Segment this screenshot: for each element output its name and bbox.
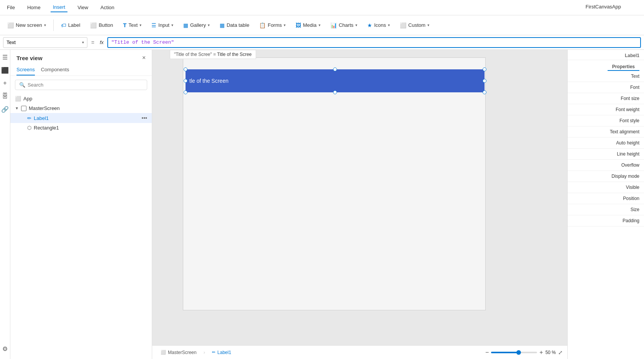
app-label: App xyxy=(23,96,32,102)
sel-handle-bottom-center[interactable] xyxy=(333,90,337,94)
sidebar-settings-icon[interactable]: ⚙ xyxy=(1,344,9,353)
formula-input[interactable] xyxy=(107,37,641,48)
expand-icon[interactable]: ⤢ xyxy=(558,349,563,356)
zoom-plus-button[interactable]: + xyxy=(539,349,543,356)
label-button[interactable]: 🏷 Label xyxy=(57,20,85,31)
sel-handle-top-center[interactable] xyxy=(333,67,337,71)
prop-text[interactable]: Text xyxy=(568,71,644,82)
right-panel: Label1 Properties Text Font Font size Fo… xyxy=(567,50,644,359)
tree-item-masterscreen[interactable]: ▼ MasterScreen xyxy=(10,103,152,113)
custom-btn-label: Custom xyxy=(408,22,426,28)
masterscreen-bottom-icon: ⬜ xyxy=(161,350,166,355)
formula-bar: Text ▾ = fx xyxy=(0,35,644,50)
zoom-slider[interactable] xyxy=(491,352,537,353)
forms-button[interactable]: 📋 Forms ▾ xyxy=(255,20,290,31)
sel-handle-mid-left[interactable] xyxy=(184,79,187,83)
prop-font-weight[interactable]: Font weight xyxy=(568,104,644,115)
zoom-value: 50 % xyxy=(545,350,556,355)
zoom-slider-thumb[interactable] xyxy=(516,350,521,355)
forms-chevron: ▾ xyxy=(284,23,286,27)
tree-item-app[interactable]: ⬜ App xyxy=(10,94,152,103)
zoom-controls: − + 50 % ⤢ xyxy=(485,349,563,356)
label1-bottom-icon: ✏ xyxy=(212,350,215,355)
rectangle1-icon: ⬡ xyxy=(27,125,31,131)
charts-button[interactable]: 📊 Charts ▾ xyxy=(326,20,361,31)
app-name: FirstCanvasApp xyxy=(586,4,621,10)
canvas-label1-element[interactable]: tle of the Screen xyxy=(186,69,485,92)
sel-handle-mid-right[interactable] xyxy=(483,79,486,83)
prop-display-mode[interactable]: Display mode xyxy=(568,171,644,182)
icons-button[interactable]: ★ Icons ▾ xyxy=(363,20,394,31)
menu-item-view[interactable]: View xyxy=(75,3,90,12)
datatable-btn-label: Data table xyxy=(227,22,249,28)
prop-visible[interactable]: Visible xyxy=(568,182,644,193)
prop-overflow[interactable]: Overflow xyxy=(568,160,644,171)
sel-handle-top-right[interactable] xyxy=(483,67,486,71)
prop-text-align[interactable]: Text alignment xyxy=(568,126,644,138)
main-layout: ☰ ⬛ + 🗄 🔗 ⚙ Tree view × Screens Componen… xyxy=(0,50,644,359)
button-button[interactable]: ⬜ Button xyxy=(86,20,117,31)
prop-font-size[interactable]: Font size xyxy=(568,93,644,104)
sel-handle-bottom-left[interactable] xyxy=(184,90,187,94)
new-screen-chevron: ▾ xyxy=(44,23,46,27)
bottom-tab-masterscreen[interactable]: ⬜ MasterScreen xyxy=(157,348,200,357)
media-icon: 🖼 xyxy=(296,22,301,28)
prop-padding[interactable]: Padding xyxy=(568,215,644,226)
tree-header: Tree view × xyxy=(10,50,152,64)
prop-font-style[interactable]: Font style xyxy=(568,115,644,126)
zoom-minus-button[interactable]: − xyxy=(485,349,489,356)
button-icon: ⬜ xyxy=(90,22,97,28)
property-dropdown[interactable]: Text ▾ xyxy=(3,37,87,48)
datatable-button[interactable]: ▦ Data table xyxy=(215,20,253,31)
sel-handle-bottom-right[interactable] xyxy=(483,90,486,94)
search-input[interactable] xyxy=(28,82,143,88)
menu-item-insert[interactable]: Insert xyxy=(51,3,68,12)
menu-item-file[interactable]: File xyxy=(5,3,17,12)
menu-item-home[interactable]: Home xyxy=(25,3,43,12)
media-btn-label: Media xyxy=(303,22,316,28)
gallery-btn-label: Gallery xyxy=(190,22,206,28)
masterscreen-chevron: ▼ xyxy=(15,106,19,110)
canvas-area[interactable]: tle of the Screen ⬜ MasterScreen › ✏ xyxy=(152,50,567,359)
tree-item-rectangle1[interactable]: ⬡ Rectangle1 xyxy=(10,123,152,133)
prop-size[interactable]: Size xyxy=(568,204,644,215)
new-screen-button[interactable]: ⬜ New screen ▾ xyxy=(3,20,50,31)
custom-button[interactable]: ⬜ Custom ▾ xyxy=(396,20,434,31)
tree-tab-components[interactable]: Components xyxy=(41,64,69,75)
sel-handle-top-left[interactable] xyxy=(184,67,187,71)
input-icon: ☰ xyxy=(151,22,156,28)
label1-more-button[interactable]: ••• xyxy=(141,115,147,121)
sidebar-data-icon[interactable]: 🗄 xyxy=(1,92,9,100)
sidebar-screens-icon[interactable]: ⬛ xyxy=(1,66,9,74)
property-value: Text xyxy=(7,39,16,45)
zoom-slider-fill xyxy=(491,352,519,353)
text-btn-label: Text xyxy=(128,22,138,28)
fx-label[interactable]: fx xyxy=(98,39,105,45)
gallery-button[interactable]: ▦ Gallery ▾ xyxy=(179,20,214,31)
menu-item-action[interactable]: Action xyxy=(98,3,117,12)
bottom-tab-label1[interactable]: ✏ Label1 xyxy=(208,348,235,357)
media-button[interactable]: 🖼 Media ▾ xyxy=(291,20,324,31)
bottom-bar: ⬜ MasterScreen › ✏ Label1 − + 50 % ⤢ xyxy=(152,345,567,359)
label1-bottom-label: Label1 xyxy=(217,350,231,355)
tree-item-label1[interactable]: ✏ Label1 ••• xyxy=(10,113,152,123)
text-button[interactable]: T Text ▾ xyxy=(119,19,146,31)
tree-close-button[interactable]: × xyxy=(142,54,146,61)
left-sidebar: ☰ ⬛ + 🗄 🔗 ⚙ xyxy=(0,50,10,359)
formula-hint: "Title of the Scree" = Title of the Scre… xyxy=(170,50,256,59)
prop-position[interactable]: Position xyxy=(568,193,644,204)
new-screen-icon: ⬜ xyxy=(7,22,14,28)
prop-line-height[interactable]: Line height xyxy=(568,149,644,160)
tree-tab-screens[interactable]: Screens xyxy=(16,64,35,75)
toolbar-divider-1 xyxy=(53,20,54,31)
properties-heading[interactable]: Properties xyxy=(608,62,639,71)
charts-btn-label: Charts xyxy=(339,22,353,28)
prop-font[interactable]: Font xyxy=(568,82,644,93)
sidebar-hamburger-icon[interactable]: ☰ xyxy=(1,53,9,61)
sidebar-components-icon[interactable]: + xyxy=(1,79,9,87)
input-button[interactable]: ☰ Input ▾ xyxy=(147,20,177,31)
prop-auto-height[interactable]: Auto height xyxy=(568,138,644,149)
sidebar-connections-icon[interactable]: 🔗 xyxy=(1,105,9,113)
right-panel-title: Label1 xyxy=(568,50,644,60)
canvas-frame: tle of the Screen xyxy=(183,57,486,310)
